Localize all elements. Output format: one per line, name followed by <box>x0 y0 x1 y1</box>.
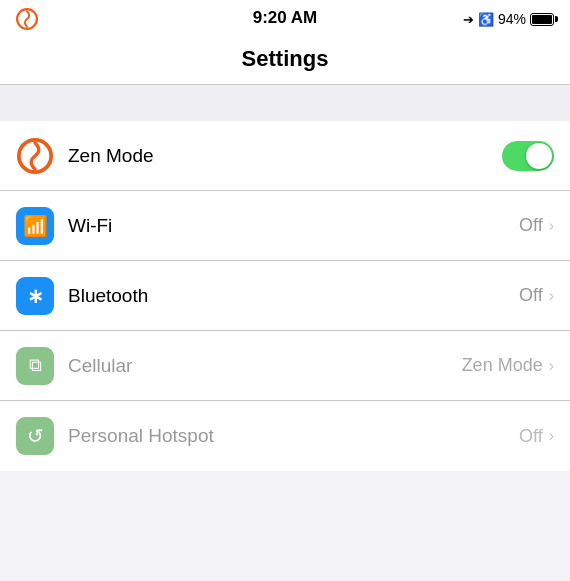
hotspot-chevron-icon: › <box>549 427 554 445</box>
status-bar: 9:20 AM ➔ ♿ 94% <box>0 0 570 36</box>
page-title-bar: Settings <box>0 36 570 85</box>
hotspot-icon: ↺ <box>27 424 44 448</box>
zen-logo-small-icon <box>16 8 38 30</box>
wifi-icon: 📶 <box>23 214 48 238</box>
page-title: Settings <box>0 46 570 72</box>
hotspot-value: Off <box>519 426 543 447</box>
settings-row-zen-mode[interactable]: Zen Mode <box>0 121 570 191</box>
battery-icon <box>530 13 554 26</box>
hotspot-icon-container: ↺ <box>16 417 54 455</box>
bluetooth-value: Off <box>519 285 543 306</box>
settings-row-cellular[interactable]: ⧉ Cellular Zen Mode › <box>0 331 570 401</box>
wifi-icon-container: 📶 <box>16 207 54 245</box>
alarm-icon: ♿ <box>478 12 494 27</box>
bluetooth-chevron-icon: › <box>549 287 554 305</box>
status-left <box>16 8 38 30</box>
status-right: ➔ ♿ 94% <box>463 11 554 27</box>
location-icon: ➔ <box>463 12 474 27</box>
zen-mode-toggle[interactable] <box>502 141 554 171</box>
cellular-value: Zen Mode <box>462 355 543 376</box>
cellular-icon: ⧉ <box>29 355 42 376</box>
status-time: 9:20 AM <box>253 8 318 28</box>
section-gap <box>0 85 570 121</box>
zen-mode-icon <box>16 137 54 175</box>
cellular-icon-container: ⧉ <box>16 347 54 385</box>
wifi-value: Off <box>519 215 543 236</box>
hotspot-label: Personal Hotspot <box>68 425 519 447</box>
battery-percent: 94% <box>498 11 526 27</box>
zen-mode-label: Zen Mode <box>68 145 502 167</box>
bluetooth-icon: ∗ <box>27 284 44 308</box>
settings-list: Zen Mode 📶 Wi-Fi Off › ∗ Bluetooth Off ›… <box>0 121 570 471</box>
settings-row-wifi[interactable]: 📶 Wi-Fi Off › <box>0 191 570 261</box>
wifi-chevron-icon: › <box>549 217 554 235</box>
zen-circle-icon <box>16 137 54 175</box>
toggle-knob <box>526 143 552 169</box>
wifi-label: Wi-Fi <box>68 215 519 237</box>
settings-row-bluetooth[interactable]: ∗ Bluetooth Off › <box>0 261 570 331</box>
bluetooth-icon-container: ∗ <box>16 277 54 315</box>
cellular-chevron-icon: › <box>549 357 554 375</box>
settings-row-hotspot[interactable]: ↺ Personal Hotspot Off › <box>0 401 570 471</box>
bluetooth-label: Bluetooth <box>68 285 519 307</box>
cellular-label: Cellular <box>68 355 462 377</box>
